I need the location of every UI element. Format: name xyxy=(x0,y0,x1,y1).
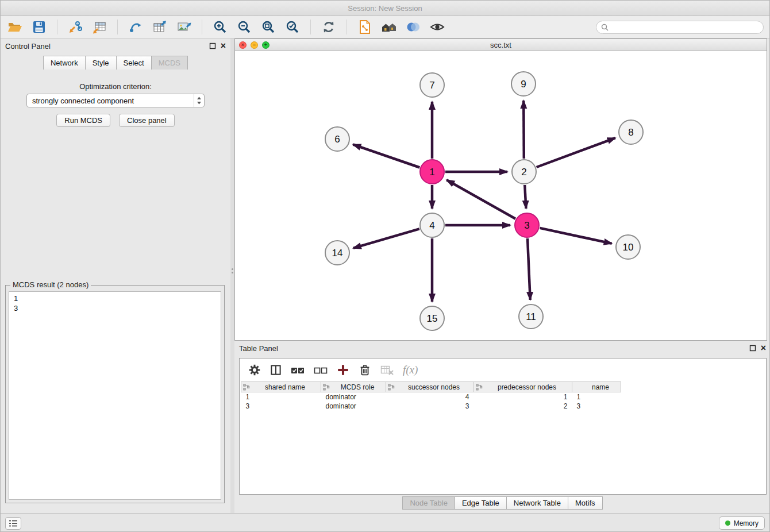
show-hide-button[interactable] xyxy=(428,18,447,36)
graph-edge[interactable] xyxy=(446,180,515,219)
table-cell[interactable]: 3 xyxy=(241,402,321,411)
node-table: shared name MCDS role successor nodes pr… xyxy=(241,381,621,411)
save-icon xyxy=(32,20,47,34)
refresh-button[interactable] xyxy=(319,18,338,36)
graph-node[interactable]: 15 xyxy=(420,306,444,330)
titlebar: Session: New Session xyxy=(1,1,769,16)
close-panel-icon[interactable]: × xyxy=(221,42,226,50)
tab-mcds[interactable]: MCDS xyxy=(152,56,188,70)
table-cell[interactable]: 1 xyxy=(572,392,621,402)
tab-network-table[interactable]: Network Table xyxy=(507,496,568,510)
function-builder-button[interactable]: f(x) xyxy=(403,364,418,376)
graph-edge[interactable] xyxy=(353,229,419,248)
tab-style[interactable]: Style xyxy=(86,56,117,70)
column-header-shared-name[interactable]: shared name xyxy=(241,382,321,392)
graph-node-label: 14 xyxy=(332,248,343,259)
first-neighbors-button[interactable] xyxy=(355,18,375,36)
close-table-panel-icon[interactable]: × xyxy=(761,344,766,352)
app-window: Session: New Session xyxy=(0,0,770,532)
search-input[interactable] xyxy=(611,24,763,32)
export-table-button[interactable] xyxy=(150,18,170,36)
select-columns-button[interactable] xyxy=(270,364,282,376)
panel-splitter[interactable] xyxy=(230,38,234,513)
table-cell[interactable]: 1 xyxy=(241,392,321,402)
export-image-button[interactable] xyxy=(174,18,194,36)
zoom-fit-button[interactable] xyxy=(259,18,278,36)
layout-button[interactable] xyxy=(379,18,399,36)
save-session-button[interactable] xyxy=(29,18,49,36)
tab-edge-table[interactable]: Edge Table xyxy=(455,496,507,510)
table-cell[interactable]: dominator xyxy=(321,392,386,402)
criterion-select[interactable]: strongly connected component xyxy=(26,94,205,107)
table-cell[interactable]: 1 xyxy=(474,392,572,402)
style-button[interactable] xyxy=(403,18,423,36)
tab-motifs[interactable]: Motifs xyxy=(568,496,603,510)
graph-node[interactable]: 3 xyxy=(515,213,539,237)
table-cell[interactable]: 3 xyxy=(572,402,621,411)
graph-edge[interactable] xyxy=(353,145,419,168)
graph-node[interactable]: 10 xyxy=(616,235,640,259)
delete-column-button[interactable] xyxy=(358,363,372,377)
column-header-predecessor-nodes[interactable]: predecessor nodes xyxy=(474,382,572,392)
table-cell[interactable]: 3 xyxy=(386,402,474,411)
graph-node-label: 1 xyxy=(429,167,434,178)
sort-icon xyxy=(476,384,483,392)
close-panel-button[interactable]: Close panel xyxy=(119,114,175,127)
import-table-button[interactable] xyxy=(90,18,109,36)
delete-table-button[interactable] xyxy=(380,364,395,376)
hide-all-columns-button[interactable] xyxy=(313,364,328,376)
graph-canvas[interactable]: 7968124314101511 xyxy=(235,51,767,340)
graph-edge[interactable] xyxy=(540,228,612,244)
column-header-successor-nodes[interactable]: successor nodes xyxy=(386,382,474,392)
table-row[interactable]: 3dominator323 xyxy=(241,402,621,411)
network-window-titlebar[interactable]: scc.txt × − + xyxy=(235,39,767,51)
mcds-result-area[interactable]: 1 3 xyxy=(9,291,221,500)
tab-node-table[interactable]: Node Table xyxy=(402,496,455,510)
graph-node[interactable]: 14 xyxy=(325,241,349,265)
graph-edge[interactable] xyxy=(537,138,615,167)
memory-label: Memory xyxy=(734,519,759,527)
table-cell[interactable]: 4 xyxy=(386,392,474,402)
table-row[interactable]: 1dominator411 xyxy=(241,392,621,402)
graph-node[interactable]: 9 xyxy=(511,72,536,96)
import-network-button[interactable] xyxy=(66,18,85,36)
mcds-result-group: MCDS result (2 nodes) 1 3 xyxy=(5,285,225,503)
zoom-out-button[interactable] xyxy=(234,18,254,36)
show-all-columns-button[interactable] xyxy=(290,364,305,376)
float-panel-icon[interactable] xyxy=(209,43,216,49)
tab-network[interactable]: Network xyxy=(43,56,86,70)
memory-button[interactable]: Memory xyxy=(719,516,765,530)
graph-edge[interactable] xyxy=(528,238,530,300)
trash-icon xyxy=(358,363,372,377)
graph-node[interactable]: 11 xyxy=(519,304,543,329)
graph-node[interactable]: 1 xyxy=(420,160,444,184)
zoom-selected-button[interactable] xyxy=(283,18,302,36)
export-table-icon xyxy=(152,20,167,34)
export-network-button[interactable] xyxy=(126,18,145,36)
graph-node[interactable]: 7 xyxy=(420,73,444,97)
graph-node[interactable]: 8 xyxy=(619,120,643,144)
graph-edge[interactable] xyxy=(523,101,524,159)
run-mcds-button[interactable]: Run MCDS xyxy=(56,114,110,127)
status-menu-button[interactable] xyxy=(5,517,21,530)
table-tabs: Node Table Edge Table Network Table Moti… xyxy=(234,496,770,510)
table-settings-button[interactable] xyxy=(248,363,261,377)
tab-select[interactable]: Select xyxy=(117,56,152,70)
graph-edge[interactable] xyxy=(525,185,526,209)
graph-node[interactable]: 2 xyxy=(512,160,536,184)
column-header-name[interactable]: name xyxy=(572,382,621,392)
create-column-button[interactable] xyxy=(336,363,350,377)
zoom-in-button[interactable] xyxy=(210,18,230,36)
column-header-mcds-role[interactable]: MCDS role xyxy=(321,382,386,392)
checked-boxes-icon xyxy=(290,364,305,376)
open-session-button[interactable] xyxy=(5,18,25,36)
table-cell[interactable]: 2 xyxy=(474,402,572,411)
toolbar-separator xyxy=(117,20,118,34)
graph-node[interactable]: 4 xyxy=(420,213,444,237)
float-table-panel-icon[interactable] xyxy=(749,345,756,352)
table-header-row: shared name MCDS role successor nodes pr… xyxy=(241,382,621,392)
zoom-in-icon xyxy=(213,20,228,34)
graph-node[interactable]: 6 xyxy=(325,127,349,151)
table-cell[interactable]: dominator xyxy=(321,402,386,411)
window-title: Session: New Session xyxy=(348,4,422,13)
